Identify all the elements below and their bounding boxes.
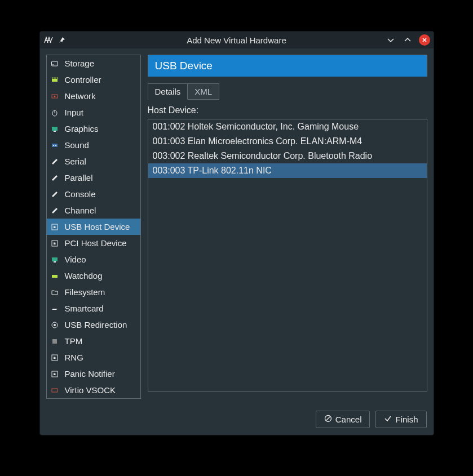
sidebar-item-storage[interactable]: Storage <box>47 55 140 72</box>
minimize-button[interactable] <box>385 34 396 46</box>
filesystem-icon <box>50 288 59 297</box>
app-icon <box>43 35 54 45</box>
panic-icon <box>50 370 59 379</box>
sidebar-item-graphics[interactable]: Graphics <box>47 121 140 137</box>
sidebar-item-label: Console <box>65 189 96 199</box>
tab-xml[interactable]: XML <box>187 83 219 100</box>
cancel-label: Cancel <box>335 415 362 424</box>
sidebar-item-serial[interactable]: Serial <box>47 153 140 170</box>
cancel-icon <box>324 415 332 424</box>
network-icon <box>50 92 59 101</box>
watchdog-icon <box>50 272 59 281</box>
svg-point-1 <box>52 64 54 65</box>
close-button[interactable] <box>419 34 430 46</box>
controller-icon <box>50 75 59 84</box>
tpm-icon <box>50 337 59 346</box>
parallel-icon <box>50 174 59 183</box>
sidebar-item-input[interactable]: Input <box>47 104 140 121</box>
video-icon <box>50 255 59 264</box>
device-row[interactable]: 003:003 TP-Link 802.11n NIC <box>148 163 427 178</box>
sidebar-item-label: Serial <box>65 157 86 166</box>
serial-icon <box>50 157 59 166</box>
sidebar-item-label: PCI Host Device <box>65 238 127 248</box>
finish-button[interactable]: Finish <box>375 411 426 428</box>
pin-icon[interactable] <box>57 35 67 45</box>
sidebar-item-label: Graphics <box>65 124 99 134</box>
svg-rect-6 <box>52 127 58 131</box>
host-device-list[interactable]: 001:002 Holtek Semiconductor, Inc. Gamin… <box>148 119 427 392</box>
check-icon <box>384 415 392 424</box>
svg-point-4 <box>54 95 55 97</box>
svg-point-10 <box>55 145 56 146</box>
tab-details[interactable]: Details <box>148 83 188 100</box>
cancel-button[interactable]: Cancel <box>316 411 370 428</box>
sidebar-item-panic[interactable]: Panic Notifier <box>47 366 140 382</box>
sidebar-item-controller[interactable]: Controller <box>47 72 140 88</box>
sidebar-item-tpm[interactable]: TPM <box>47 333 140 349</box>
hardware-type-sidebar: StorageControllerNetworkInputGraphicsSou… <box>46 55 141 399</box>
svg-rect-0 <box>51 61 58 66</box>
svg-rect-14 <box>54 261 56 263</box>
sidebar-item-console[interactable]: Console <box>47 186 140 202</box>
maximize-button[interactable] <box>402 34 413 46</box>
sidebar-item-label: Virtio VSOCK <box>65 385 116 395</box>
sidebar-item-usb-host[interactable]: USB Host Device <box>47 219 140 235</box>
svg-point-9 <box>53 145 54 146</box>
hardware-dialog: Add New Virtual Hardware StorageControll… <box>39 31 434 435</box>
panel-header: USB Device <box>148 55 427 77</box>
sidebar-item-watchdog[interactable]: Watchdog <box>47 268 140 284</box>
sidebar-item-smartcard[interactable]: Smartcard <box>47 300 140 317</box>
sidebar-item-label: TPM <box>65 336 83 346</box>
tabs: Details XML <box>148 83 427 100</box>
console-icon <box>50 190 59 199</box>
svg-point-17 <box>54 324 56 326</box>
graphics-icon <box>50 124 59 134</box>
host-device-label: Host Device: <box>148 105 427 115</box>
sidebar-item-label: Video <box>65 255 86 264</box>
device-row[interactable]: 003:002 Realtek Semiconductor Corp. Blue… <box>148 149 427 163</box>
vsock-icon <box>50 386 59 395</box>
sidebar-item-filesystem[interactable]: Filesystem <box>47 284 140 300</box>
svg-rect-21 <box>52 389 58 392</box>
sidebar-item-label: Network <box>65 91 96 101</box>
storage-icon <box>50 59 59 68</box>
main-panel: USB Device Details XML Host Device: 001:… <box>148 55 427 399</box>
sidebar-item-label: USB Host Device <box>65 222 130 232</box>
input-icon <box>50 108 59 117</box>
sidebar-item-sound[interactable]: Sound <box>47 137 140 153</box>
titlebar: Add New Virtual Hardware <box>40 32 434 48</box>
usb-redir-icon <box>50 321 59 330</box>
sidebar-item-video[interactable]: Video <box>47 251 140 268</box>
sidebar-item-network[interactable]: Network <box>47 88 140 104</box>
sidebar-item-pci-host[interactable]: PCI Host Device <box>47 235 140 251</box>
sidebar-item-label: Controller <box>65 75 101 84</box>
sidebar-item-channel[interactable]: Channel <box>47 202 140 219</box>
svg-rect-15 <box>52 275 58 278</box>
sidebar-item-label: Parallel <box>65 173 93 183</box>
sidebar-item-label: RNG <box>65 353 83 362</box>
sidebar-item-label: Channel <box>65 206 96 215</box>
svg-rect-7 <box>54 131 56 132</box>
device-row[interactable]: 001:002 Holtek Semiconductor, Inc. Gamin… <box>148 119 427 134</box>
svg-rect-8 <box>52 144 58 147</box>
dialog-footer: Cancel Finish <box>40 405 434 435</box>
pci-host-icon <box>50 239 59 248</box>
sidebar-item-parallel[interactable]: Parallel <box>47 170 140 186</box>
smartcard-icon <box>50 304 59 313</box>
rng-icon <box>50 353 59 362</box>
device-row[interactable]: 001:003 Elan Microelectronics Corp. ELAN… <box>148 134 427 149</box>
sidebar-item-label: Watchdog <box>65 271 103 281</box>
channel-icon <box>50 206 59 215</box>
sound-icon <box>50 141 59 150</box>
usb-host-icon <box>50 223 59 232</box>
sidebar-item-label: Storage <box>65 59 95 68</box>
sidebar-item-label: Panic Notifier <box>65 369 115 379</box>
sidebar-item-label: Sound <box>65 140 89 150</box>
sidebar-item-usb-redir[interactable]: USB Redirection <box>47 317 140 333</box>
sidebar-item-label: Input <box>65 108 83 117</box>
sidebar-item-rng[interactable]: RNG <box>47 349 140 366</box>
svg-rect-13 <box>52 257 58 261</box>
sidebar-item-label: Filesystem <box>65 287 105 297</box>
sidebar-item-vsock[interactable]: Virtio VSOCK <box>47 382 140 398</box>
dialog-body: StorageControllerNetworkInputGraphicsSou… <box>40 48 434 405</box>
